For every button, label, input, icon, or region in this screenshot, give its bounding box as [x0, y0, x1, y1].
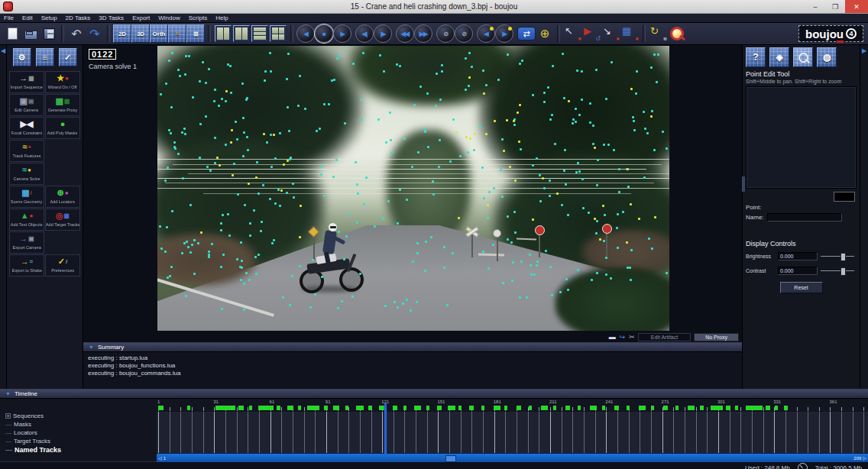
- add-target-tracks-button[interactable]: ◎▦Add Target Tracks: [45, 209, 80, 231]
- summary-header[interactable]: ▼ Summary: [83, 343, 742, 352]
- prev-gold-frame-button[interactable]: ◀: [477, 24, 495, 43]
- collapse-right-panel-button[interactable]: ▶: [860, 45, 868, 389]
- track-features-button[interactable]: ≈+Track Features: [9, 140, 44, 162]
- generate-proxy-button[interactable]: ▩▩Generate Proxy: [45, 94, 80, 116]
- layout-two-view-button[interactable]: [232, 24, 251, 43]
- next-key-button[interactable]: ⊘: [455, 24, 473, 43]
- scene-geometry-button[interactable]: ▦/Scene Geometry: [9, 186, 44, 208]
- preferences-button[interactable]: ✓/Preferences: [45, 254, 80, 277]
- reset-button[interactable]: Reset: [780, 282, 823, 293]
- expand-icon[interactable]: +: [5, 413, 11, 419]
- next-gold-frame-button[interactable]: ▶: [495, 24, 513, 43]
- track-named-tracks[interactable]: —Named Tracks: [0, 445, 157, 454]
- track-masks[interactable]: —Masks: [0, 420, 157, 429]
- collapse-timeline-icon[interactable]: ▼: [5, 391, 11, 396]
- save-button[interactable]: [40, 24, 58, 43]
- tracker-dot: [333, 79, 335, 81]
- redo-button[interactable]: ↷: [86, 24, 104, 43]
- curve-overlay-icon[interactable]: ↪: [620, 334, 626, 341]
- tracker-dot: [581, 99, 583, 101]
- point-list[interactable]: [746, 86, 857, 189]
- layout-rows-view-button[interactable]: [251, 24, 269, 43]
- checklist-button[interactable]: ✓: [59, 48, 77, 66]
- view-3d-button[interactable]: 3D: [131, 24, 150, 43]
- region-select-tool[interactable]: ▦●: [620, 24, 640, 43]
- prev-key-button[interactable]: ⊘: [436, 24, 455, 43]
- import-sequence-button[interactable]: →▦Import Sequence: [9, 71, 44, 93]
- help-tool-button[interactable]: ?: [746, 47, 766, 67]
- menu-export[interactable]: Export: [132, 15, 150, 21]
- track-camera-tool[interactable]: ▶↺: [582, 24, 601, 43]
- timeline-scrollbar[interactable]: ◁ 1 209 ▷: [157, 453, 868, 462]
- contrast-slider[interactable]: [821, 267, 854, 274]
- camera-solve-button[interactable]: ≈●Camera Solve: [9, 163, 44, 185]
- loop-playback-button[interactable]: ⇄: [517, 24, 536, 43]
- track-sequences[interactable]: +Sequences: [0, 412, 157, 420]
- track-locators[interactable]: —Locators: [0, 429, 157, 437]
- play-reverse-button[interactable]: ◀: [296, 24, 315, 43]
- multi-view-button[interactable]: ⊞: [186, 24, 205, 43]
- edit-camera-button[interactable]: ▣▣Edit Camera: [9, 94, 44, 116]
- contrast-input[interactable]: 0.000: [778, 267, 818, 275]
- step-forward-button[interactable]: |▶: [374, 24, 392, 43]
- cut-track-icon[interactable]: ✂: [629, 334, 635, 341]
- open-file-button[interactable]: [21, 24, 40, 43]
- edit-artifact-button[interactable]: Edit Artifact: [638, 333, 691, 341]
- timeline-header[interactable]: ▼ Timeline: [0, 390, 868, 399]
- menu-file[interactable]: File: [4, 15, 14, 21]
- panel-splitter-handle[interactable]: [742, 176, 745, 192]
- scroll-left-arrow-icon[interactable]: ◁: [158, 455, 162, 461]
- wizard-on-off-button[interactable]: ★●Wizard On / Off: [45, 71, 80, 93]
- adjust-track-tool[interactable]: ↘●: [601, 24, 620, 43]
- view-2d-button[interactable]: 2D: [113, 24, 131, 43]
- menu-window[interactable]: Window: [158, 15, 180, 21]
- locate-feature-tool[interactable]: ↖●: [563, 24, 582, 43]
- zoom-tool-button[interactable]: [793, 47, 813, 67]
- auto-key-button[interactable]: ⊕: [536, 24, 554, 43]
- timeline-ruler[interactable]: 1316191121151181211241271301331361: [157, 399, 868, 412]
- mask-tool-button[interactable]: ◍: [817, 47, 837, 67]
- proxy-status-button[interactable]: No Proxy: [694, 333, 739, 341]
- scrollbar-thumb[interactable]: [445, 455, 456, 462]
- menu-3d-tasks[interactable]: 3D Tasks: [99, 15, 124, 21]
- new-file-button[interactable]: [3, 24, 21, 43]
- add-poly-masks-button[interactable]: ●Add Poly Masks: [45, 117, 80, 139]
- timeline-grid[interactable]: [157, 412, 868, 454]
- view-ortho-button[interactable]: Orth: [150, 24, 168, 43]
- undo-button[interactable]: ↶: [67, 24, 86, 43]
- menu-scripts[interactable]: Scripts: [189, 15, 207, 21]
- export-to-shake-button[interactable]: →≈Export to Shake: [9, 254, 44, 277]
- snapshot-icon[interactable]: ▬: [609, 334, 616, 341]
- add-locators-button[interactable]: ⊕●Add Locators: [45, 186, 80, 208]
- scroll-right-arrow-icon[interactable]: ▷: [863, 455, 866, 461]
- menu-help[interactable]: Help: [215, 15, 228, 21]
- menu-setup[interactable]: Setup: [41, 15, 57, 21]
- menu-2d-tasks[interactable]: 2D Tasks: [66, 15, 91, 21]
- go-to-start-button[interactable]: ◀◀: [396, 24, 414, 43]
- layout-quad-view-button[interactable]: [269, 24, 287, 43]
- graph-view-button[interactable]: ≈: [168, 24, 186, 43]
- layout-single-view-button[interactable]: [214, 24, 232, 43]
- setup-tools-button[interactable]: ⚙: [13, 48, 31, 66]
- add-test-objects-button[interactable]: ▲●Add Test Objects: [9, 209, 44, 231]
- menu-edit[interactable]: Edit: [22, 15, 33, 21]
- brightness-input[interactable]: 0.000: [778, 252, 818, 260]
- video-viewport[interactable]: [157, 46, 669, 331]
- brightness-slider[interactable]: [821, 253, 854, 260]
- stop-button[interactable]: ■: [315, 24, 333, 43]
- play-button[interactable]: ▶: [333, 24, 351, 43]
- refine-solve-tool[interactable]: ↻■: [649, 24, 668, 43]
- point-name-input[interactable]: [767, 213, 842, 222]
- step-back-button[interactable]: ◀|: [355, 24, 374, 43]
- track-target-tracks[interactable]: —Target Tracks: [0, 437, 157, 445]
- export-camera-button[interactable]: →▣Export Camera: [9, 231, 44, 254]
- playhead[interactable]: [384, 403, 387, 454]
- point-color-swatch[interactable]: [834, 192, 855, 202]
- inspect-zoom-tool[interactable]: [668, 24, 686, 43]
- focal-constraint-button[interactable]: ▶◀Focal Constraint: [9, 117, 44, 139]
- collapse-summary-icon[interactable]: ▼: [89, 344, 94, 350]
- task-list-button[interactable]: ≡: [36, 48, 54, 66]
- collapse-left-panel-button[interactable]: ◀: [0, 45, 7, 389]
- point-edit-tool-button[interactable]: ◈: [769, 47, 789, 67]
- go-to-end-button[interactable]: ▶▶: [414, 24, 432, 43]
